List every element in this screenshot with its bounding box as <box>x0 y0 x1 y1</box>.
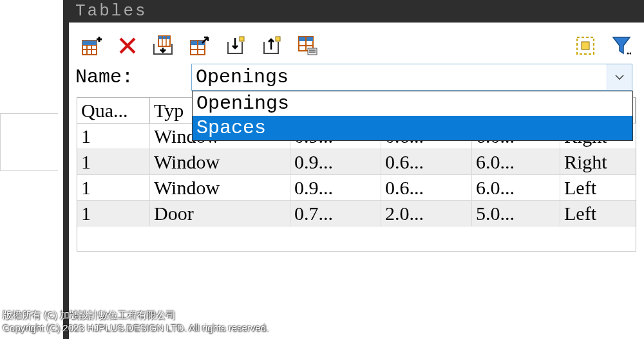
panel-title: Tables <box>69 0 644 23</box>
table-cell[interactable]: 0.7... <box>290 201 381 226</box>
footer-line-2: Copyright (C) 2023 HJPLUS.DESIGN LTD. Al… <box>3 322 641 334</box>
table-cell[interactable]: Window <box>150 175 290 200</box>
table-row[interactable]: 1Window0.9...0.6...6.0...Left <box>77 175 636 201</box>
name-combobox-value[interactable]: Openings <box>192 64 607 90</box>
table-cell[interactable]: Window <box>150 149 290 174</box>
table-options-button[interactable] <box>297 35 319 57</box>
footer-line-1: 版權所有 (C) 加號設計數位工程有限公司 <box>3 309 641 322</box>
table-cell[interactable]: 1 <box>77 175 150 200</box>
svg-rect-18 <box>240 37 244 41</box>
svg-rect-5 <box>82 41 97 45</box>
delete-button[interactable] <box>117 35 138 57</box>
toolbar <box>69 23 644 61</box>
table-cell[interactable]: 6.0... <box>472 175 560 200</box>
table-cell[interactable]: 1 <box>77 124 150 149</box>
left-gutter-box <box>0 113 58 171</box>
left-gutter <box>0 0 63 286</box>
col-quantity[interactable]: Qua... <box>77 98 150 123</box>
export-table-button[interactable] <box>189 35 211 57</box>
table-cell[interactable]: 1 <box>77 201 150 226</box>
table-cell[interactable]: Right <box>560 149 636 174</box>
table-cell[interactable]: Left <box>560 175 636 200</box>
table-cell[interactable]: 6.0... <box>472 149 560 174</box>
add-table-button[interactable] <box>80 35 102 57</box>
tray-table-button[interactable] <box>153 35 175 57</box>
tables-panel: Tables <box>63 0 644 339</box>
dropdown-item-spaces[interactable]: Spaces <box>193 116 632 140</box>
chevron-down-icon[interactable] <box>607 64 632 90</box>
svg-rect-24 <box>308 48 317 55</box>
table-cell[interactable]: 0.9... <box>290 175 381 200</box>
svg-point-29 <box>627 53 629 55</box>
name-label: Name: <box>75 66 191 88</box>
name-row: Name: Openings Openings Spaces <box>69 61 644 91</box>
svg-rect-11 <box>158 36 170 39</box>
table-cell[interactable]: 0.6... <box>381 149 472 174</box>
svg-rect-19 <box>276 37 280 41</box>
table-cell[interactable]: 5.0... <box>472 201 560 226</box>
filter-button[interactable] <box>611 35 632 57</box>
table-cell[interactable]: 0.9... <box>290 149 381 174</box>
table-cell[interactable]: Left <box>560 201 636 226</box>
name-dropdown: Openings Spaces <box>192 91 633 141</box>
svg-point-30 <box>630 53 632 55</box>
table-row[interactable]: 1Window0.9...0.6...6.0...Right <box>77 149 636 175</box>
export-data-button[interactable] <box>261 35 283 57</box>
table-cell[interactable]: 1 <box>77 149 150 174</box>
copyright-footer: 版權所有 (C) 加號設計數位工程有限公司 Copyright (C) 2023… <box>0 306 644 339</box>
dropdown-item-openings[interactable]: Openings <box>193 91 632 116</box>
import-data-button[interactable] <box>225 35 247 57</box>
table-cell[interactable]: 2.0... <box>381 201 472 226</box>
svg-rect-28 <box>582 42 589 50</box>
selection-mode-button[interactable] <box>574 35 596 57</box>
table-row[interactable]: 1Door0.7...2.0...5.0...Left <box>77 201 636 226</box>
table-cell[interactable]: Door <box>150 201 290 226</box>
table-cell[interactable]: 0.6... <box>381 175 472 200</box>
name-combobox[interactable]: Openings Openings Spaces <box>191 64 632 91</box>
